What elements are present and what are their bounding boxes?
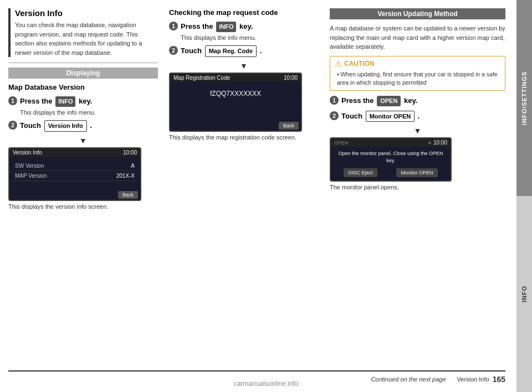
watermark: carmanualsonline.info <box>234 380 299 388</box>
caution-header: ⚠ CAUTION <box>335 59 500 68</box>
update-desc: A map database or system can be updated … <box>330 24 505 51</box>
check-step-1-sub: This displays the info menu. <box>181 33 319 43</box>
caution-title: CAUTION <box>344 60 375 68</box>
screen-2-back-btn: Back <box>279 122 299 130</box>
map-version-label: MAP Version <box>15 173 47 179</box>
check-step-1-row: 1 Press the INFO key. This displays the … <box>169 21 319 42</box>
screen-1-row-2: MAP Version 201X-X <box>13 171 137 181</box>
down-arrow-3: ▼ <box>330 126 505 135</box>
screen-1-title: Version Info <box>13 149 42 156</box>
down-arrow-1: ▼ <box>8 136 158 145</box>
step-1-content: Press the INFO key. This displays the in… <box>20 96 158 117</box>
monitor-panel-text: The monitor panel opens. <box>330 184 505 190</box>
col-left: Version Info You can check the map datab… <box>8 8 158 366</box>
step-1-number: 1 <box>8 96 17 105</box>
map-database-title: Map Database Version <box>8 83 158 91</box>
check-step-1-number: 1 <box>169 22 178 30</box>
check-step-2-row: 2 Touch Map Reg. Code . <box>169 45 319 58</box>
right-tabs: INFO/SETTINGS INFO <box>516 0 532 392</box>
monitor-screen: OPEN ≡ 10:00 Open the monitor panel. Clo… <box>330 137 452 182</box>
open-key-badge: OPEN <box>377 96 401 106</box>
screen-2-body: fZQQ7XXXXXXX <box>170 82 301 121</box>
screen-mockup-1: Version Info 10:00 SW Version A MAP Vers… <box>8 147 141 201</box>
screen-2-caption: This displays the map registration code … <box>169 134 319 141</box>
check-step-2-main: Touch Map Reg. Code . <box>181 45 319 57</box>
check-step-1-content: Press the INFO key. This displays the in… <box>181 21 319 42</box>
caution-triangle-icon: ⚠ <box>335 59 342 68</box>
screen-1-header: Version Info 10:00 <box>9 148 140 157</box>
update-step-2-main: Touch Monitor OPEN . <box>341 111 505 122</box>
monitor-open-btn: Monitor OPEN <box>396 168 437 177</box>
screen-1-body: SW Version A MAP Version 201X-X <box>9 157 140 190</box>
check-step-2-number: 2 <box>169 46 178 55</box>
update-step-2-number: 2 <box>330 111 339 120</box>
sw-version-label: SW Version <box>15 163 44 169</box>
step-1-main: Press the INFO key. <box>20 96 158 107</box>
update-step-1-content: Press the OPEN key. <box>341 95 505 107</box>
screen-1-back-btn: Back <box>118 191 138 199</box>
screen-2-time: 10:00 <box>284 75 298 81</box>
step-2-main: Touch Version Info . <box>20 120 158 132</box>
tab-info-settings[interactable]: INFO/SETTINGS <box>516 0 532 196</box>
step-2-number: 2 <box>8 121 17 130</box>
monitor-screen-header: OPEN ≡ 10:00 <box>331 138 451 147</box>
section-divider <box>8 63 158 63</box>
version-info-desc: You can check the map database, navigati… <box>15 20 158 57</box>
update-step-2-row: 2 Touch Monitor OPEN . <box>330 111 505 123</box>
main-content: Version Info You can check the map datab… <box>0 0 516 392</box>
update-step-1-number: 1 <box>330 96 339 105</box>
monitor-open-touch-btn: Monitor OPEN <box>366 111 415 122</box>
caution-text: • When updating, first ensure that your … <box>335 70 500 88</box>
step-1-row: 1 Press the INFO key. This displays the … <box>8 96 158 117</box>
monitor-buttons: DISC Eject Monitor OPEN <box>334 168 447 177</box>
step-1-sub: This displays the info menu. <box>20 108 158 117</box>
check-step-2-content: Touch Map Reg. Code . <box>181 45 319 58</box>
page-label: Version Info <box>457 376 489 383</box>
screen-1-time: 10:00 <box>123 149 137 156</box>
map-version-value: 201X-X <box>116 173 135 179</box>
step-2-content: Touch Version Info . <box>20 120 158 133</box>
tab-info[interactable]: INFO <box>516 196 532 392</box>
down-arrow-2: ▼ <box>169 61 319 70</box>
sw-version-value: A <box>131 163 135 169</box>
monitor-screen-time: 10:00 <box>433 140 447 146</box>
step-2-row: 2 Touch Version Info . <box>8 120 158 133</box>
col-right: Version Updating Method A map database o… <box>330 8 505 366</box>
map-reg-touch-btn: Map Reg. Code <box>205 45 257 57</box>
screen-1-caption: This displays the version info screen. <box>8 203 158 210</box>
screen-1-row-1: SW Version A <box>13 161 137 171</box>
checking-title: Checking the map request code <box>169 8 319 17</box>
page-number-container: Version Info 165 <box>457 375 505 384</box>
screen-1-footer: Back <box>9 190 140 200</box>
screen-2-header: Map Registration Code 10:00 <box>170 74 301 82</box>
check-step-1-main: Press the INFO key. <box>181 21 319 32</box>
col-middle: Checking the map request code 1 Press th… <box>169 8 319 366</box>
page-number: 165 <box>493 375 505 384</box>
screen-2-title: Map Registration Code <box>173 75 230 81</box>
info-key-badge: INFO <box>55 96 75 107</box>
update-step-2-content: Touch Monitor OPEN . <box>341 111 505 123</box>
monitor-screen-body: Open the monitor panel. Close using the … <box>331 147 451 180</box>
version-info-box: Version Info You can check the map datab… <box>8 8 158 57</box>
update-step-1-main: Press the OPEN key. <box>341 95 505 106</box>
screen-2-footer: Back <box>170 121 301 131</box>
monitor-prompt: Open the monitor panel. Close using the … <box>334 150 447 164</box>
version-info-touch-btn: Version Info <box>44 120 87 132</box>
version-info-title: Version Info <box>15 8 158 18</box>
reg-code-display: fZQQ7XXXXXXX <box>173 86 298 101</box>
disc-eject-btn: DISC Eject <box>344 168 377 177</box>
info-key-badge-2: INFO <box>216 22 236 32</box>
continued-text: Continued on the next page <box>371 376 446 383</box>
displaying-header: Displaying <box>8 68 158 79</box>
version-update-header: Version Updating Method <box>330 8 505 19</box>
screen-mockup-2: Map Registration Code 10:00 fZQQ7XXXXXXX… <box>169 73 302 132</box>
caution-box: ⚠ CAUTION • When updating, first ensure … <box>330 56 505 91</box>
open-label: OPEN <box>334 140 349 146</box>
update-step-1-row: 1 Press the OPEN key. <box>330 95 505 107</box>
